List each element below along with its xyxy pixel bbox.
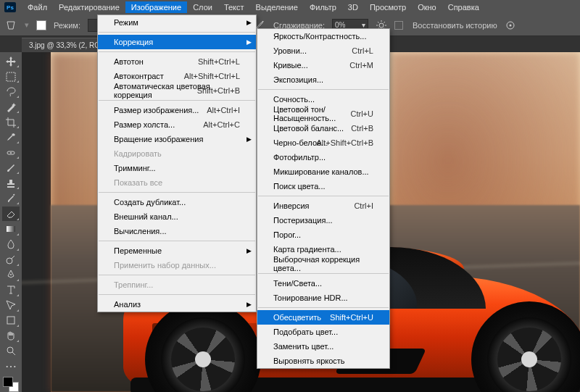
restore-label: Восстановить историю — [413, 21, 497, 30]
menu-layers[interactable]: Слои — [187, 1, 218, 13]
history-brush-tool[interactable] — [2, 191, 20, 205]
type-tool[interactable] — [2, 283, 20, 297]
menu-image[interactable]: Изображение — [125, 1, 187, 13]
menu-filter[interactable]: Фильтр — [304, 1, 342, 13]
adj-selective-color[interactable]: Выборочная коррекция цвета... — [257, 257, 389, 271]
menu-crop: Кадрировать — [98, 146, 256, 161]
menu-image-size[interactable]: Размер изображения...Alt+Ctrl+I — [98, 103, 256, 117]
adj-brightness-contrast[interactable]: Яркость/Контрастность... — [257, 29, 389, 43]
menu-rotation[interactable]: Вращение изображения▶ — [98, 132, 256, 146]
adjustments-submenu: Яркость/Контрастность... Уровни...Ctrl+L… — [257, 28, 390, 369]
menu-view[interactable]: Просмотр — [364, 1, 412, 13]
shape-tool[interactable] — [2, 314, 20, 328]
mode-label: Режим: — [54, 21, 80, 30]
menu-apply-image[interactable]: Внешний канал... — [98, 209, 256, 224]
adj-equalize[interactable]: Выровнять яркость — [257, 354, 389, 368]
tool-preset-icon[interactable] — [6, 20, 17, 31]
svg-point-7 — [10, 274, 12, 275]
move-tool[interactable] — [2, 54, 20, 68]
lasso-tool[interactable] — [2, 85, 20, 99]
adj-levels[interactable]: Уровни...Ctrl+L — [257, 43, 389, 58]
adj-color-lookup[interactable]: Поиск цвета... — [257, 179, 389, 193]
menu-mode[interactable]: Режим▶ — [98, 15, 256, 30]
menu-3d[interactable]: 3D — [342, 1, 364, 13]
svg-point-0 — [379, 23, 384, 28]
color-swatches[interactable] — [3, 377, 19, 392]
adj-shadows-highlights[interactable]: Тени/Света... — [257, 276, 389, 291]
image-menu-dropdown: Режим▶ Коррекция▶ АвтотонShift+Ctrl+L Ав… — [97, 14, 257, 312]
menu-reveal-all: Показать все — [98, 175, 256, 190]
stamp-tool[interactable] — [2, 176, 20, 190]
blur-tool[interactable] — [2, 238, 20, 251]
menu-type[interactable]: Текст — [218, 1, 250, 13]
menu-adjustments[interactable]: Коррекция▶ — [98, 35, 256, 49]
menu-apply-dataset: Применить набор данных... — [98, 258, 256, 272]
menu-calculations[interactable]: Вычисления... — [98, 224, 256, 238]
adj-invert[interactable]: ИнверсияCtrl+I — [257, 199, 389, 213]
app-logo: Ps — [4, 2, 16, 12]
adj-curves[interactable]: Кривые...Ctrl+M — [257, 58, 389, 72]
menu-analysis[interactable]: Анализ▶ — [98, 297, 256, 312]
zoom-tool[interactable] — [2, 344, 20, 358]
eyedropper-tool[interactable] — [2, 130, 20, 144]
dodge-tool[interactable] — [2, 253, 20, 267]
adj-threshold[interactable]: Порог... — [257, 228, 389, 242]
svg-point-9 — [7, 347, 13, 353]
svg-rect-3 — [7, 72, 15, 81]
adj-desaturate[interactable]: ОбесцветитьShift+Ctrl+U — [257, 310, 389, 325]
svg-rect-8 — [7, 317, 14, 324]
adj-photo-filter[interactable]: Фотофильтр... — [257, 150, 389, 164]
wand-tool[interactable] — [2, 100, 20, 114]
menu-edit[interactable]: Редактирование — [53, 1, 125, 13]
pen-tool[interactable] — [2, 268, 20, 282]
menu-auto-color[interactable]: Автоматическая цветовая коррекцияShift+C… — [98, 83, 256, 98]
menu-canvas-size[interactable]: Размер холста...Alt+Ctrl+C — [98, 117, 256, 132]
svg-rect-5 — [7, 226, 15, 232]
color-swatch[interactable] — [36, 20, 46, 30]
adj-gradient-map[interactable]: Карта градиента... — [257, 242, 389, 257]
target-icon[interactable] — [505, 20, 516, 31]
menu-variables[interactable]: Переменные▶ — [98, 243, 256, 258]
svg-point-6 — [7, 258, 12, 264]
path-tool[interactable] — [2, 299, 20, 312]
adj-posterize[interactable]: Постеризация... — [257, 213, 389, 228]
adj-vibrance[interactable]: Сочность... — [257, 92, 389, 107]
menu-window[interactable]: Окно — [412, 1, 442, 13]
brush-tool[interactable] — [2, 161, 20, 175]
restore-checkbox[interactable] — [394, 21, 403, 30]
marquee-tool[interactable] — [2, 70, 20, 83]
adj-color-balance[interactable]: Цветовой баланс...Ctrl+B — [257, 121, 389, 135]
adj-hue-sat[interactable]: Цветовой тон/Насыщенность...Ctrl+U — [257, 107, 389, 121]
eraser-tool[interactable] — [2, 207, 20, 220]
more-tools[interactable]: ⋯ — [2, 359, 20, 373]
tools-panel: ⋯ — [0, 52, 22, 392]
adj-exposure[interactable]: Экспозиция... — [257, 72, 389, 87]
menu-auto-contrast[interactable]: АвтоконтрастAlt+Shift+Ctrl+L — [98, 69, 256, 83]
menu-trap: Треппинг... — [98, 278, 256, 292]
menu-trim[interactable]: Тримминг... — [98, 161, 256, 175]
adj-hdr-toning[interactable]: Тонирование HDR... — [257, 291, 389, 305]
adj-replace-color[interactable]: Заменить цвет... — [257, 339, 389, 354]
adj-black-white[interactable]: Черно-белое...Alt+Shift+Ctrl+B — [257, 135, 389, 150]
crop-tool[interactable] — [2, 115, 20, 129]
adj-channel-mixer[interactable]: Микширование каналов... — [257, 164, 389, 179]
heal-tool[interactable] — [2, 146, 20, 159]
menu-file[interactable]: Файл — [22, 1, 53, 13]
menu-help[interactable]: Справка — [442, 1, 485, 13]
gradient-tool[interactable] — [2, 222, 20, 236]
menu-select[interactable]: Выделение — [250, 1, 304, 13]
adj-match-color[interactable]: Подобрать цвет... — [257, 325, 389, 339]
menu-duplicate[interactable]: Создать дубликат... — [98, 195, 256, 209]
hand-tool[interactable] — [2, 329, 20, 343]
svg-point-2 — [509, 24, 511, 26]
menu-auto-tone[interactable]: АвтотонShift+Ctrl+L — [98, 54, 256, 69]
menubar: Ps Файл Редактирование Изображение Слои … — [0, 0, 580, 14]
